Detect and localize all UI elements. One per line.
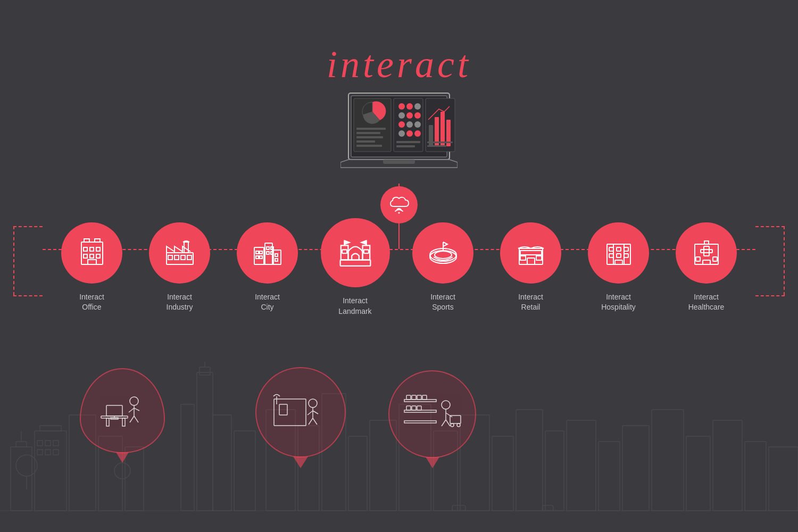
svg-rect-134 bbox=[617, 247, 621, 251]
product-office[interactable]: InteractOffice bbox=[48, 222, 136, 313]
healthcare-icon-circle[interactable] bbox=[676, 222, 737, 284]
svg-rect-144 bbox=[704, 246, 709, 256]
svg-rect-130 bbox=[536, 256, 542, 260]
retail-label: InteractRetail bbox=[518, 292, 543, 313]
svg-rect-150 bbox=[106, 418, 109, 426]
svg-rect-19 bbox=[200, 367, 210, 375]
product-industry[interactable]: InteractIndustry bbox=[136, 222, 223, 313]
products-row: InteractOffice InteractIndustry bbox=[0, 218, 798, 317]
svg-rect-38 bbox=[652, 410, 684, 511]
svg-rect-32 bbox=[492, 436, 513, 511]
svg-rect-75 bbox=[427, 142, 453, 143]
svg-rect-84 bbox=[96, 247, 100, 251]
city-label: InteractCity bbox=[255, 292, 280, 313]
svg-rect-172 bbox=[404, 421, 436, 423]
svg-rect-39 bbox=[686, 436, 710, 511]
product-healthcare[interactable]: InteractHealthcare bbox=[662, 222, 750, 313]
industry-icon-circle[interactable] bbox=[149, 222, 210, 284]
svg-point-58 bbox=[414, 103, 421, 110]
svg-rect-107 bbox=[275, 259, 278, 261]
svg-rect-85 bbox=[84, 254, 87, 258]
svg-rect-81 bbox=[95, 239, 100, 242]
svg-rect-133 bbox=[609, 247, 613, 251]
svg-rect-161 bbox=[274, 399, 306, 426]
svg-point-155 bbox=[130, 397, 138, 405]
svg-rect-179 bbox=[417, 406, 421, 410]
scene-landmark bbox=[255, 367, 346, 468]
svg-rect-34 bbox=[545, 431, 564, 511]
product-landmark[interactable]: InteractLandmark bbox=[311, 218, 399, 317]
svg-point-180 bbox=[442, 401, 450, 409]
svg-rect-88 bbox=[88, 260, 96, 264]
svg-rect-10 bbox=[53, 450, 59, 455]
svg-rect-6 bbox=[45, 440, 51, 446]
svg-line-157 bbox=[129, 408, 134, 412]
hospitality-label: InteractHospitality bbox=[601, 292, 636, 313]
svg-line-158 bbox=[134, 408, 139, 411]
svg-rect-44 bbox=[452, 505, 466, 511]
product-sports[interactable]: InteractSports bbox=[399, 222, 487, 313]
svg-rect-178 bbox=[412, 406, 416, 410]
city-icon-circle[interactable] bbox=[237, 222, 298, 284]
svg-rect-138 bbox=[624, 254, 628, 257]
svg-rect-1 bbox=[16, 442, 27, 447]
svg-rect-104 bbox=[267, 252, 269, 254]
svg-rect-89 bbox=[167, 253, 193, 264]
retail-icon-circle[interactable] bbox=[500, 222, 561, 284]
svg-line-183 bbox=[446, 420, 450, 426]
product-city[interactable]: InteractCity bbox=[223, 222, 311, 313]
svg-rect-127 bbox=[520, 251, 542, 255]
svg-rect-145 bbox=[701, 250, 712, 253]
office-icon-circle[interactable] bbox=[61, 222, 122, 284]
svg-rect-93 bbox=[187, 255, 192, 260]
svg-rect-136 bbox=[609, 254, 613, 257]
svg-rect-146 bbox=[696, 257, 700, 261]
svg-rect-73 bbox=[440, 112, 445, 146]
svg-rect-128 bbox=[527, 258, 535, 264]
svg-rect-42 bbox=[769, 447, 798, 511]
landmark-icon-circle[interactable] bbox=[321, 218, 390, 287]
svg-rect-116 bbox=[342, 250, 347, 253]
svg-point-59 bbox=[398, 112, 405, 119]
svg-rect-76 bbox=[427, 145, 446, 147]
svg-rect-7 bbox=[53, 440, 59, 446]
svg-rect-80 bbox=[84, 239, 89, 242]
svg-rect-176 bbox=[422, 395, 427, 400]
svg-line-168 bbox=[313, 418, 317, 425]
svg-rect-90 bbox=[168, 255, 172, 260]
svg-point-67 bbox=[414, 130, 421, 137]
svg-rect-129 bbox=[520, 256, 526, 260]
svg-rect-23 bbox=[234, 431, 255, 511]
svg-marker-113 bbox=[344, 240, 349, 244]
landmark-label: InteractLandmark bbox=[338, 296, 371, 317]
svg-rect-18 bbox=[197, 372, 213, 511]
svg-rect-82 bbox=[84, 247, 87, 251]
svg-point-65 bbox=[398, 130, 405, 137]
svg-point-163 bbox=[309, 399, 317, 408]
svg-marker-115 bbox=[361, 240, 366, 244]
product-hospitality[interactable]: InteractHospitality bbox=[575, 222, 662, 313]
svg-rect-53 bbox=[356, 140, 375, 143]
product-retail[interactable]: InteractRetail bbox=[487, 222, 575, 313]
svg-rect-99 bbox=[260, 251, 262, 254]
svg-line-159 bbox=[130, 416, 134, 422]
svg-rect-8 bbox=[37, 450, 43, 455]
svg-rect-9 bbox=[45, 450, 51, 455]
svg-rect-68 bbox=[396, 141, 420, 143]
svg-rect-37 bbox=[622, 426, 649, 511]
svg-point-61 bbox=[414, 112, 421, 119]
svg-rect-77 bbox=[383, 160, 415, 164]
svg-rect-135 bbox=[624, 247, 628, 251]
office-label: InteractOffice bbox=[79, 292, 104, 313]
sports-icon-circle[interactable] bbox=[412, 222, 473, 284]
svg-rect-45 bbox=[543, 505, 553, 511]
svg-rect-175 bbox=[417, 395, 421, 400]
svg-rect-151 bbox=[122, 418, 125, 426]
svg-line-182 bbox=[442, 420, 446, 426]
svg-rect-174 bbox=[412, 395, 416, 400]
svg-line-160 bbox=[134, 416, 138, 422]
svg-rect-50 bbox=[356, 128, 386, 130]
svg-rect-97 bbox=[273, 250, 281, 264]
hospitality-icon-circle[interactable] bbox=[588, 222, 649, 284]
svg-rect-54 bbox=[356, 145, 382, 147]
